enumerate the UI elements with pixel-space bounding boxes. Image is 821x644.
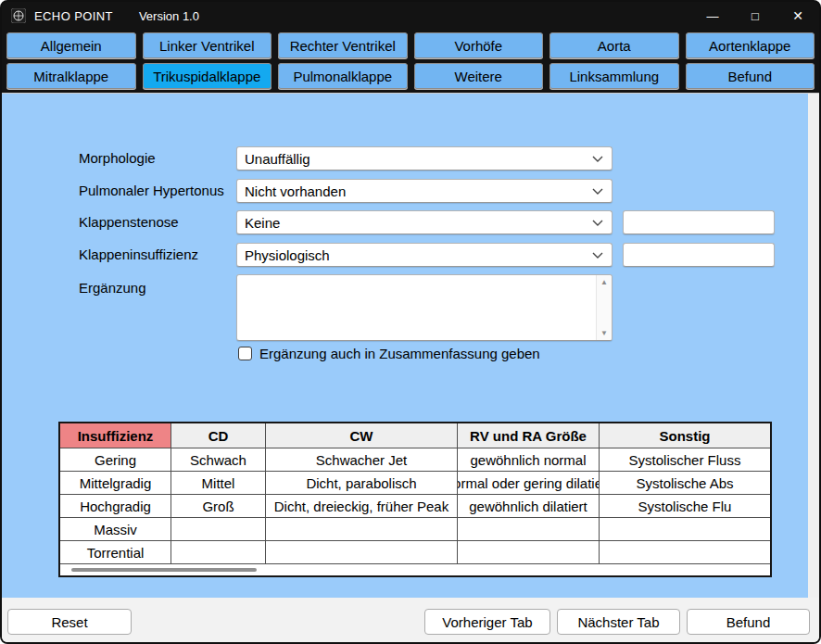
table-cell: Torrential — [60, 541, 171, 564]
table-cell — [171, 518, 266, 541]
table-cell: gewöhnlich normal — [458, 448, 600, 472]
summary-checkbox[interactable] — [238, 347, 252, 360]
version-label: Version 1.0 — [139, 9, 199, 23]
table-row: Mittelgradig Mittel Dicht, parabolisch n… — [60, 472, 770, 495]
table-header-insuffizienz: Insuffizienz — [60, 423, 171, 448]
scroll-down-icon: ▼ — [600, 329, 608, 337]
chevron-down-icon — [592, 156, 603, 163]
klappenstenose-select[interactable]: Keine — [236, 210, 613, 234]
tab-befund[interactable]: Befund — [686, 63, 815, 89]
field-label-morphologie: Morphologie — [79, 146, 156, 170]
table-cell: Dicht, dreieckig, früher Peak — [266, 495, 458, 518]
tab-allgemein[interactable]: Allgemein — [6, 32, 136, 58]
table-cell: normal oder gering dilatiert — [458, 472, 600, 495]
table-cell: Gering — [60, 448, 171, 472]
tab-mitralklappe[interactable]: Mitralklappe — [6, 63, 136, 89]
table-header-cd: CD — [171, 423, 266, 448]
insufficiency-reference-table: Insuffizienz CD CW RV und RA Größe Sonst… — [58, 422, 772, 577]
table-cell: Dicht, parabolisch — [266, 472, 458, 495]
table-cell: gewöhnlich dilatiert — [458, 495, 600, 518]
pulmonaler-hypertonus-selected-value: Nicht vorhanden — [245, 183, 346, 199]
tab-aorta[interactable]: Aorta — [549, 32, 679, 58]
field-label-pulmonaler-hypertonus: Pulmonaler Hypertonus — [79, 179, 224, 203]
table-cell: Schwach — [171, 448, 266, 472]
table-cell: Mittel — [171, 472, 266, 495]
table-hscrollbar[interactable] — [71, 568, 257, 572]
scroll-up-icon: ▲ — [600, 278, 608, 286]
app-window: ECHO POINT Version 1.0 — □ ✕ Allgemein L… — [0, 0, 821, 644]
chevron-down-icon — [592, 252, 603, 259]
ergaenzung-field: ▲ ▼ — [236, 274, 613, 341]
pulmonaler-hypertonus-select[interactable]: Nicht vorhanden — [236, 179, 613, 203]
table-cell: Mittelgradig — [60, 472, 171, 495]
table-cell: Groß — [171, 495, 266, 518]
summary-checkbox-row: Ergänzung auch in Zusammenfassung geben — [238, 346, 540, 361]
klappenstenose-selected-value: Keine — [245, 215, 280, 231]
main-area: Morphologie Pulmonaler Hypertonus Klappe… — [2, 93, 819, 642]
klappeninsuffizienz-selected-value: Physiologisch — [245, 247, 330, 263]
reset-button[interactable]: Reset — [7, 609, 132, 635]
tab-row-2: Mitralklappe Trikuspidalklappe Pulmonalk… — [6, 63, 815, 89]
morphologie-select[interactable]: Unauffällig — [236, 146, 613, 170]
table-row: Hochgradig Groß Dicht, dreieckig, früher… — [60, 495, 770, 518]
table-cell: Hochgradig — [60, 495, 171, 518]
table-cell: Systolischer Fluss — [600, 448, 770, 472]
table-cell — [266, 518, 458, 541]
table-cell: Systolische Flu — [600, 495, 770, 518]
app-icon — [11, 8, 26, 23]
tab-linker-ventrikel[interactable]: Linker Ventrikel — [143, 32, 272, 58]
tab-rechter-ventrikel[interactable]: Rechter Ventrikel — [278, 32, 408, 58]
close-button[interactable]: ✕ — [777, 2, 819, 30]
next-tab-button[interactable]: Nächster Tab — [557, 609, 680, 635]
tab-vorhoefe[interactable]: Vorhöfe — [414, 32, 544, 58]
table-cell — [171, 541, 266, 564]
table-header-sonstig: Sonstig — [600, 423, 770, 448]
chevron-down-icon — [592, 188, 603, 196]
titlebar: ECHO POINT Version 1.0 — □ ✕ — [2, 2, 819, 30]
table-header-rv-ra: RV und RA Größe — [458, 423, 600, 448]
table-cell — [600, 541, 770, 564]
klappeninsuffizienz-select[interactable]: Physiologisch — [236, 243, 613, 267]
tab-pulmonalklappe[interactable]: Pulmonalklappe — [278, 63, 408, 89]
table-cell: Schwacher Jet — [266, 448, 458, 472]
field-label-klappenstenose: Klappenstenose — [79, 210, 179, 234]
tab-row-1: Allgemein Linker Ventrikel Rechter Ventr… — [6, 32, 815, 58]
field-label-ergaenzung: Ergänzung — [79, 276, 146, 300]
textarea-vscrollbar[interactable]: ▲ ▼ — [596, 275, 612, 340]
table-cell — [458, 541, 600, 564]
field-label-klappeninsuffizienz: Klappeninsuffizienz — [79, 243, 198, 267]
tab-weitere[interactable]: Weitere — [414, 63, 544, 89]
minimize-button[interactable]: — — [691, 2, 734, 30]
table-cell: Massiv — [60, 518, 171, 541]
morphologie-selected-value: Unauffällig — [245, 151, 310, 167]
footer-bar: Reset Vorheriger Tab Nächster Tab Befund — [2, 598, 819, 642]
tab-trikuspidalklappe[interactable]: Trikuspidalklappe — [143, 63, 272, 89]
window-controls: — □ ✕ — [691, 2, 819, 30]
previous-tab-button[interactable]: Vorheriger Tab — [424, 609, 550, 635]
form-panel: Morphologie Pulmonaler Hypertonus Klappe… — [2, 94, 808, 599]
tab-aortenklappe[interactable]: Aortenklappe — [686, 32, 815, 58]
chevron-down-icon — [592, 220, 603, 227]
summary-checkbox-label: Ergänzung auch in Zusammenfassung geben — [259, 346, 540, 361]
maximize-button[interactable]: □ — [734, 2, 777, 30]
klappenstenose-extra-input[interactable] — [623, 210, 775, 234]
tab-linksammlung[interactable]: Linksammlung — [549, 63, 679, 89]
table-cell — [600, 518, 770, 541]
table-row: Massiv — [60, 518, 770, 541]
klappeninsuffizienz-extra-input[interactable] — [623, 243, 775, 267]
table-row: Torrential — [60, 541, 770, 564]
table-row: Gering Schwach Schwacher Jet gewöhnlich … — [60, 448, 770, 472]
table-header-cw: CW — [266, 423, 458, 448]
befund-button[interactable]: Befund — [687, 609, 810, 635]
table-cell: Systolische Abs — [600, 472, 770, 495]
table-cell — [266, 541, 458, 564]
ergaenzung-textarea[interactable] — [237, 275, 596, 340]
table-header-row: Insuffizienz CD CW RV und RA Größe Sonst… — [60, 423, 770, 448]
table-cell — [458, 518, 600, 541]
tab-bar: Allgemein Linker Ventrikel Rechter Ventr… — [2, 30, 819, 93]
window-title: ECHO POINT — [34, 9, 113, 23]
